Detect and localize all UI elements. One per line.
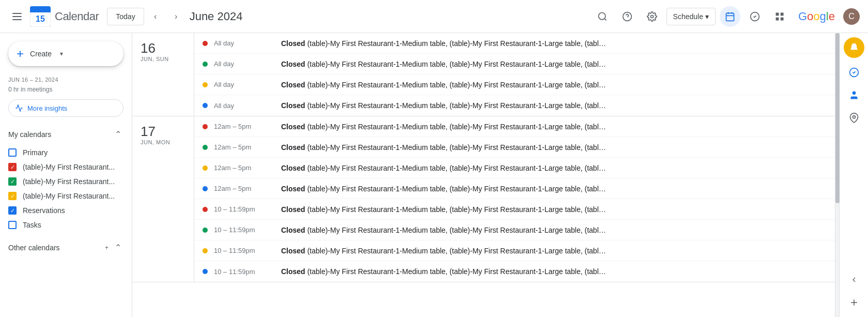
more-insights-button[interactable]: More insights [8,99,123,117]
event-dot [203,62,208,67]
create-label: Create [30,50,52,58]
check-panel-button[interactable] [844,62,864,83]
month-title: June 2024 [190,10,243,23]
calendar-label-table1: (table)-My First Restaurant... [23,163,115,171]
event-row[interactable]: 10 – 11:59pm Closed (table)-My First Res… [194,240,835,261]
task-view-button[interactable] [745,6,765,27]
event-dot [203,145,208,150]
nav-controls: Today ‹ › June 2024 [107,7,242,26]
view-selector-label: Schedule [673,12,703,21]
svg-rect-17 [781,17,784,20]
plus-icon: + [17,48,24,60]
person-panel-button[interactable] [844,85,864,105]
event-row[interactable]: All day Closed (table)-My First Restaura… [194,95,835,116]
gear-icon [647,11,657,22]
event-dot [203,207,208,212]
event-description: (table)-My First Restaurant-1-Medium tab… [307,247,606,255]
apps-button[interactable] [769,6,790,27]
calendar-item-table1[interactable]: ✓ (table)-My First Restaurant... [0,160,132,174]
day-section-17: 17 JUN, MON 12am – 5pm Closed (table)-My… [132,116,835,282]
calendar-item-primary[interactable]: Primary [0,145,132,160]
svg-rect-9 [726,13,734,21]
google-logo: Google [798,10,835,23]
my-calendars-collapse-button[interactable]: ⌃ [113,127,123,141]
today-button[interactable]: Today [107,8,144,25]
calendar-checkbox-reservations[interactable]: ✓ [8,206,17,215]
app-logo: 15 [30,6,51,27]
schedule-view-button[interactable] [720,6,740,27]
insights-icon [15,104,23,112]
event-time: 12am – 5pm [214,143,281,151]
other-calendars-add-button[interactable]: + [103,240,111,254]
calendar-label-primary: Primary [23,148,48,157]
event-title: Closed [281,205,305,214]
calendar-label-tasks: Tasks [23,221,41,229]
event-time: All day [214,39,281,47]
event-title: Closed [281,81,305,89]
help-icon [622,11,632,22]
add-panel-button[interactable] [844,292,864,313]
event-row[interactable]: 12am – 5pm Closed (table)-My First Resta… [194,116,835,137]
event-row[interactable]: 10 – 11:59pm Closed (table)-My First Res… [194,199,835,220]
event-description: (table)-My First Restaurant-1-Medium tab… [307,143,606,152]
svg-point-19 [852,92,856,95]
day-weekday-16: JUN, SUN [141,56,169,62]
notification-panel-button[interactable] [844,37,864,58]
event-dot [203,269,208,274]
event-row[interactable]: 10 – 11:59pm Closed (table)-My First Res… [194,261,835,282]
calendar-label-table3: (table)-My First Restaurant... [23,192,115,200]
search-button[interactable] [592,6,613,27]
event-row[interactable]: 12am – 5pm Closed (table)-My First Resta… [194,137,835,158]
event-dot [203,228,208,233]
calendar-checkbox-primary[interactable] [8,148,17,157]
event-row[interactable]: 10 – 11:59pm Closed (table)-My First Res… [194,220,835,240]
my-calendars-header: My calendars ⌃ [0,119,132,145]
calendar-checkbox-table1[interactable]: ✓ [8,163,17,171]
event-title: Closed [281,101,305,110]
calendar-checkbox-table3[interactable]: ✓ [8,192,17,200]
calendar-checkbox-table2[interactable]: ✓ [8,177,17,186]
event-dot [203,82,208,87]
event-time: 12am – 5pm [214,123,281,130]
expand-panel-button[interactable] [844,269,864,290]
svg-line-5 [604,18,606,20]
svg-rect-14 [776,12,779,16]
app-header: 15 Calendar Today ‹ › June 2024 Schedule… [0,0,868,33]
menu-button[interactable] [8,9,26,24]
prev-button[interactable]: ‹ [146,7,165,26]
scrollbar[interactable] [835,33,839,317]
calendar-item-reservations[interactable]: ✓ Reservations [0,203,132,218]
app-name: Calendar [55,10,99,23]
schedule-container: 16 JUN, SUN All day Closed (table)-My Fi… [132,33,835,317]
user-avatar[interactable]: C [843,8,860,25]
event-description: (table)-My First Restaurant-1-Medium tab… [307,226,606,234]
calendar-item-table2[interactable]: ✓ (table)-My First Restaurant... [0,174,132,189]
svg-point-20 [853,116,855,118]
event-description: (table)-My First Restaurant-1-Medium tab… [307,60,606,68]
event-row[interactable]: 12am – 5pm Closed (table)-My First Resta… [194,158,835,178]
event-time: 10 – 11:59pm [214,268,281,276]
event-description: (table)-My First Restaurant-1-Medium tab… [307,205,606,214]
event-row[interactable]: All day Closed (table)-My First Restaura… [194,74,835,95]
event-time: 10 – 11:59pm [214,226,281,234]
map-panel-button[interactable] [844,108,864,128]
date-range: JUN 16 – 21, 2024 [0,74,132,85]
event-row[interactable]: All day Closed (table)-My First Restaura… [194,54,835,74]
day-section-16: 16 JUN, SUN All day Closed (table)-My Fi… [132,33,835,116]
event-time: All day [214,102,281,110]
settings-button[interactable] [642,6,662,27]
calendar-item-tasks[interactable]: Tasks [0,218,132,232]
calendar-item-table3[interactable]: ✓ (table)-My First Restaurant... [0,189,132,203]
view-selector[interactable]: Schedule ▾ [667,8,716,25]
event-time: 12am – 5pm [214,164,281,172]
calendar-checkbox-tasks[interactable] [8,221,17,229]
event-row[interactable]: All day Closed (table)-My First Restaura… [194,33,835,54]
event-description: (table)-My First Restaurant-1-Medium tab… [307,123,606,131]
other-calendars-header: Other calendars + ⌃ [0,232,132,259]
create-button[interactable]: + Create ▾ [8,41,123,66]
other-calendars-collapse-button[interactable]: ⌃ [113,240,123,254]
help-button[interactable] [617,6,638,27]
header-left: 15 Calendar [8,6,99,27]
event-row[interactable]: 12am – 5pm Closed (table)-My First Resta… [194,178,835,199]
next-button[interactable]: › [167,7,185,26]
